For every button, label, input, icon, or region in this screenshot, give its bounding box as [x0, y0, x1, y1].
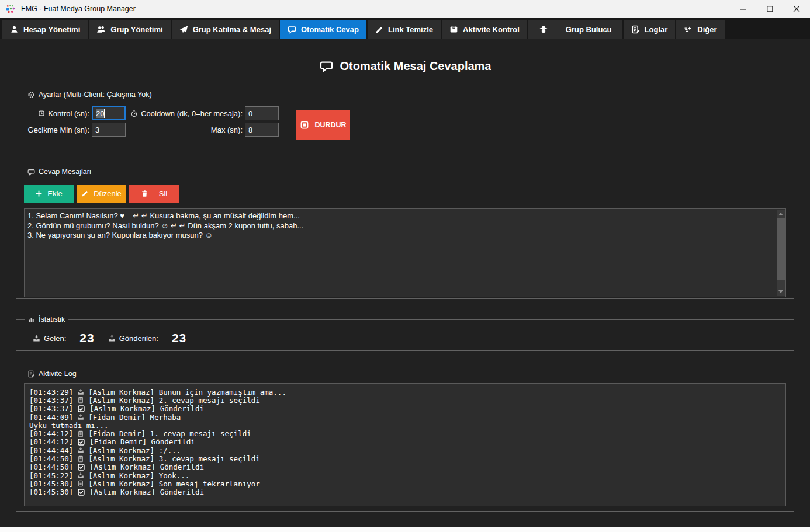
tab-label: Grup Katılma & Mesaj: [193, 25, 271, 34]
tab-label: Link Temizle: [388, 25, 433, 34]
log-line: [01:44:44][Aslım Korkmaz] :/...: [29, 446, 781, 454]
note-icon: [77, 455, 84, 463]
list-item[interactable]: 2. Gördün mü grubumu? Nasıl buldun? ☺ ↵ …: [27, 221, 774, 231]
check-icon: [77, 463, 85, 471]
log-line: [01:45:30][Aslım Korkmaz] Son mesaj tekr…: [29, 479, 781, 488]
cooldown-input[interactable]: 0: [245, 106, 279, 120]
user-icon: [10, 25, 19, 34]
max-value: 8: [248, 126, 252, 134]
log-line: [01:45:30][Aslım Korkmaz] Gönderildi: [29, 488, 781, 496]
log-doc-icon: [631, 25, 640, 34]
gecikme-input[interactable]: 3: [92, 123, 126, 137]
text-caret: [104, 109, 105, 118]
gecikme-label: Gecikme Min (sn):: [24, 126, 89, 134]
kontrol-label: Kontrol (sn):: [24, 109, 89, 118]
maximize-icon: [767, 6, 773, 12]
tab-hesap-yonetimi[interactable]: Hesap Yönetimi: [2, 20, 88, 39]
add-button[interactable]: Ekle: [24, 185, 74, 203]
tab-label: Grup Bulucu: [566, 25, 612, 34]
max-input[interactable]: 8: [245, 123, 279, 137]
pencil-icon: [81, 190, 89, 197]
chat-bubble-icon: [27, 168, 35, 176]
messages-group: Cevap Mesajları Ekle Düzenle Sil 1. Sela…: [16, 168, 794, 299]
tab-grup-katilma-mesaj[interactable]: Grup Katılma & Mesaj: [172, 20, 279, 39]
scrollbar[interactable]: [777, 210, 785, 296]
window-title: FMG - Fuat Medya Group Manager: [21, 5, 729, 13]
gear-icon: [27, 91, 35, 99]
tab-otomatik-cevap[interactable]: Otomatik Cevap: [280, 20, 366, 39]
message-listbox: 1. Selam Canım! Nasılsın? ♥ ↵ ↵ Kusura b…: [24, 208, 786, 297]
tab-label: Otomatik Cevap: [301, 25, 359, 34]
inbox-icon: [77, 472, 84, 479]
tab-grup-bulucu[interactable]: Grup Bulucu: [528, 20, 622, 39]
shooting-star-icon: [684, 25, 693, 34]
durdur-button[interactable]: DURDUR: [296, 110, 350, 140]
inbox-icon: [77, 447, 84, 454]
cooldown-value: 0: [248, 109, 252, 118]
inbox-icon: [33, 335, 40, 342]
minimize-icon: [740, 6, 746, 12]
detective-icon: [539, 25, 548, 34]
max-label: Max (sn):: [126, 126, 243, 134]
log-line: [01:44:12][Fidan Demir] Gönderildi: [29, 438, 781, 446]
log-line: [01:43:37][Aslım Korkmaz] 2. cevap mesaj…: [29, 396, 781, 404]
close-button[interactable]: [783, 0, 810, 18]
stop-icon: [300, 120, 309, 130]
messages-toolbar: Ekle Düzenle Sil: [24, 185, 786, 203]
settings-group-title: Ayarlar (Multi-Client: Çakışma Yok): [25, 91, 155, 99]
pencil-icon: [375, 26, 383, 34]
app-logo-icon: [6, 4, 16, 14]
scroll-down-button[interactable]: [777, 287, 785, 296]
inbox-icon: [77, 388, 84, 395]
activity-log-box[interactable]: [01:43:29][Aslım Korkmaz] Bunun için yaz…: [24, 383, 786, 506]
edit-button[interactable]: Düzenle: [77, 185, 126, 203]
sent-label: Gönderilen:: [108, 334, 158, 343]
page-title-text: Otomatik Mesaj Cevaplama: [340, 60, 491, 73]
stats-row: Gelen: 23 Gönderilen: 23: [24, 324, 786, 345]
tab-bar: Hesap Yönetimi Grup Yönetimi Grup Katılm…: [0, 18, 810, 39]
log-group: Aktivite Log [01:43:29][Aslım Korkmaz] B…: [16, 370, 794, 512]
bar-chart-icon: [27, 316, 35, 324]
tab-link-temizle[interactable]: Link Temizle: [368, 20, 441, 39]
inbox-icon: [77, 413, 84, 420]
outbox-icon: [108, 335, 116, 342]
list-item[interactable]: 3. Ne yapıyorsun şu an? Kuponlara bakıyo…: [27, 231, 774, 241]
plus-icon: [35, 190, 43, 197]
incoming-label: Gelen:: [33, 334, 66, 343]
stats-group-title: İstatistik: [25, 315, 68, 324]
users-icon: [96, 25, 106, 34]
note-icon: [77, 397, 84, 404]
triangle-up-icon: [778, 213, 783, 215]
scroll-up-button[interactable]: [777, 210, 785, 218]
log-line: [01:44:50][Aslım Korkmaz] 3. cevap mesaj…: [29, 454, 781, 463]
log-line: [01:45:22][Aslım Korkmaz] Yook...: [29, 471, 781, 479]
delete-button[interactable]: Sil: [129, 185, 179, 203]
incoming-value: 23: [79, 331, 94, 345]
timer-icon: [38, 110, 45, 117]
stats-group: İstatistik Gelen: 23 Gönderilen: 23: [16, 315, 794, 351]
log-line: [01:44:12][Fidan Demir] 1. cevap mesajı …: [29, 429, 781, 437]
cooldown-label: Cooldown (dk, 0=her mesaja):: [126, 109, 243, 118]
title-bar: FMG - Fuat Medya Group Manager: [0, 0, 810, 18]
main-content: Otomatik Mesaj Cevaplama Ayarlar (Multi-…: [0, 59, 810, 512]
tab-label: Loglar: [645, 25, 668, 34]
page-title: Otomatik Mesaj Cevaplama: [16, 59, 794, 73]
log-line: [01:44:09][Fidan Demir] Merhaba: [29, 413, 781, 421]
tab-label: Diğer: [697, 25, 716, 34]
note-icon: [77, 430, 84, 437]
sent-value: 23: [172, 331, 186, 345]
gecikme-value: 3: [95, 126, 99, 134]
tab-aktivite-kontrol[interactable]: Aktivite Kontrol: [442, 20, 527, 39]
list-item[interactable]: 1. Selam Canım! Nasılsın? ♥ ↵ ↵ Kusura b…: [27, 211, 774, 221]
chat-bubble-icon: [319, 60, 334, 73]
check-icon: [77, 438, 85, 446]
tab-loglar[interactable]: Loglar: [624, 20, 676, 39]
kontrol-input[interactable]: 20: [92, 106, 126, 120]
scrollbar-thumb[interactable]: [777, 218, 785, 280]
maximize-button[interactable]: [756, 0, 783, 18]
log-line: [01:43:29][Aslım Korkmaz] Bunun için yaz…: [29, 388, 781, 396]
tab-diger[interactable]: Diğer: [676, 20, 724, 39]
settings-group: Ayarlar (Multi-Client: Çakışma Yok) Kont…: [16, 91, 794, 151]
tab-grup-yonetimi[interactable]: Grup Yönetimi: [89, 20, 170, 39]
minimize-button[interactable]: [729, 0, 756, 18]
